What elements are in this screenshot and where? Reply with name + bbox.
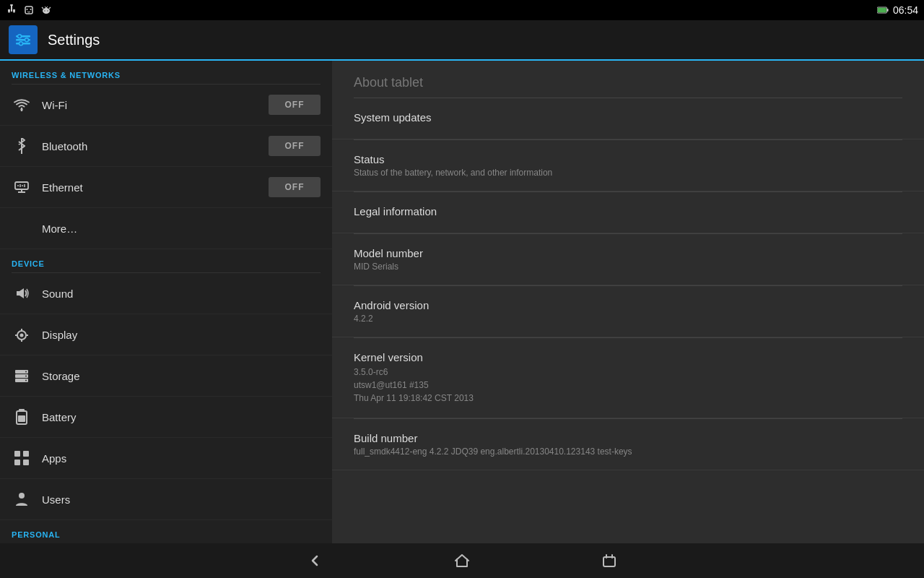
status-icons-left — [6, 4, 52, 16]
svg-rect-51 — [14, 460, 20, 465]
sidebar-item-ethernet[interactable]: Ethernet OFF — [0, 167, 332, 208]
legal-title: Legal information — [354, 205, 902, 217]
svg-rect-48 — [18, 415, 25, 422]
android-title: Android version — [354, 299, 902, 311]
svg-line-10 — [42, 7, 43, 9]
home-button[interactable] — [446, 548, 478, 574]
svg-rect-0 — [10, 4, 13, 6]
svg-point-13 — [47, 10, 48, 11]
svg-rect-47 — [19, 409, 25, 412]
sound-icon — [12, 283, 32, 303]
more-icon — [12, 218, 32, 238]
nav-bar — [0, 543, 924, 578]
ethernet-icon — [12, 177, 32, 197]
build-subtitle: full_smdk4412-eng 4.2.2 JDQ39 eng.albert… — [354, 447, 902, 457]
sidebar-item-wifi[interactable]: Wi-Fi OFF — [0, 85, 332, 126]
svg-rect-17 — [878, 8, 886, 12]
svg-rect-49 — [14, 451, 20, 457]
model-title: Model number — [354, 247, 902, 259]
svg-rect-55 — [603, 557, 615, 566]
ethernet-label: Ethernet — [42, 181, 269, 194]
sidebar: WIRELESS & NETWORKS Wi-Fi OFF — [0, 61, 332, 543]
svg-line-11 — [49, 7, 51, 9]
svg-point-4 — [8, 11, 10, 13]
bluetooth-toggle[interactable]: OFF — [269, 136, 321, 156]
svg-line-15 — [46, 7, 48, 8]
wifi-toggle-btn[interactable]: OFF — [269, 95, 321, 115]
build-title: Build number — [354, 432, 902, 444]
battery-status-icon — [877, 4, 889, 16]
apps-label: Apps — [42, 452, 321, 465]
kernel-title: Kernel version — [354, 351, 902, 363]
svg-point-24 — [19, 42, 23, 46]
svg-point-43 — [25, 371, 27, 373]
sound-label: Sound — [42, 288, 321, 300]
svg-point-25 — [21, 108, 23, 111]
debug-icon — [23, 4, 35, 16]
wifi-label: Wi-Fi — [42, 99, 269, 111]
page-title: Settings — [48, 32, 100, 48]
sidebar-item-apps[interactable]: Apps — [0, 438, 332, 479]
kernel-subtitle: 3.5.0-rc6 utsw1@ut161 #135 Thu Apr 11 19… — [354, 366, 902, 405]
svg-point-35 — [20, 334, 24, 337]
content-item-build[interactable]: Build number full_smdk4412-eng 4.2.2 JDQ… — [332, 419, 924, 470]
ethernet-toggle[interactable]: OFF — [269, 177, 321, 197]
bluetooth-toggle-btn[interactable]: OFF — [269, 136, 321, 156]
status-subtitle: Status of the battery, network, and othe… — [354, 168, 902, 178]
content-item-kernel[interactable]: Kernel version 3.5.0-rc6 utsw1@ut161 #13… — [332, 338, 924, 418]
svg-point-9 — [43, 8, 50, 14]
svg-point-7 — [27, 9, 28, 10]
wifi-icon — [12, 95, 32, 115]
svg-rect-50 — [23, 451, 29, 457]
back-button[interactable] — [299, 548, 331, 574]
battery-label: Battery — [42, 411, 321, 423]
settings-icon-box — [9, 25, 38, 54]
storage-label: Storage — [42, 370, 321, 382]
bluetooth-label: Bluetooth — [42, 140, 269, 152]
svg-point-5 — [13, 11, 15, 13]
content-item-android[interactable]: Android version 4.2.2 — [332, 286, 924, 337]
section-header-device: DEVICE — [0, 249, 332, 272]
wifi-toggle[interactable]: OFF — [269, 95, 321, 115]
svg-point-23 — [25, 38, 29, 42]
content-item-legal[interactable]: Legal information — [332, 192, 924, 233]
usb-icon — [6, 4, 17, 16]
svg-point-22 — [18, 35, 22, 38]
model-subtitle: MID Serials — [354, 262, 902, 272]
sidebar-item-battery[interactable]: Battery — [0, 397, 332, 438]
svg-rect-18 — [887, 9, 889, 12]
battery-icon — [12, 407, 32, 427]
users-icon — [12, 489, 32, 509]
svg-marker-33 — [17, 288, 24, 298]
sidebar-item-sound[interactable]: Sound — [0, 273, 332, 314]
status-icons-right: 06:54 — [877, 4, 918, 16]
recents-button[interactable] — [593, 548, 625, 574]
svg-point-8 — [30, 9, 32, 10]
title-bar: Settings — [0, 20, 924, 61]
more-label: More… — [42, 223, 321, 235]
svg-point-53 — [19, 493, 25, 499]
svg-rect-26 — [15, 182, 28, 189]
system-updates-title: System updates — [354, 111, 902, 124]
sidebar-item-display[interactable]: Display — [0, 314, 332, 355]
display-icon — [12, 324, 32, 345]
content-item-status[interactable]: Status Status of the battery, network, a… — [332, 140, 924, 191]
svg-point-44 — [25, 376, 27, 377]
content-item-system-updates[interactable]: System updates — [332, 98, 924, 139]
ethernet-toggle-btn[interactable]: OFF — [269, 177, 321, 197]
android-icon — [40, 4, 52, 16]
content-title: About tablet — [332, 61, 924, 98]
sidebar-item-storage[interactable]: Storage — [0, 355, 332, 397]
users-label: Users — [42, 493, 321, 506]
section-header-wireless: WIRELESS & NETWORKS — [0, 61, 332, 84]
status-title: Status — [354, 153, 902, 165]
sidebar-item-more[interactable]: More… — [0, 208, 332, 249]
main-layout: WIRELESS & NETWORKS Wi-Fi OFF — [0, 61, 924, 543]
section-header-personal: PERSONAL — [0, 520, 332, 543]
sidebar-item-users[interactable]: Users — [0, 479, 332, 520]
storage-icon — [12, 366, 32, 386]
content-item-model[interactable]: Model number MID Serials — [332, 234, 924, 285]
clock-display: 06:54 — [893, 4, 918, 16]
sidebar-item-bluetooth[interactable]: Bluetooth OFF — [0, 126, 332, 167]
svg-rect-52 — [23, 460, 29, 465]
